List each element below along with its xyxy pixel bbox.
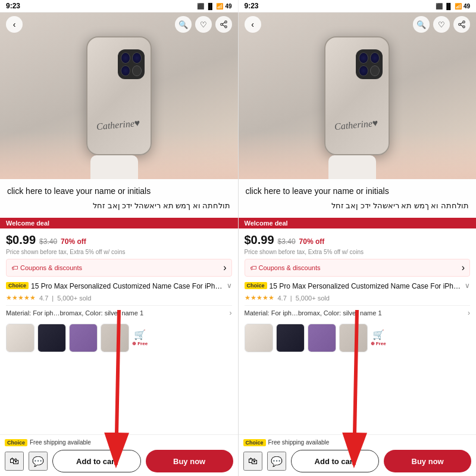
material-row-left[interactable]: Material: For iph…bromax, Color: silver … xyxy=(6,305,232,320)
material-text-left: Material: For iph…bromax, Color: silver … xyxy=(6,309,143,317)
discount-badge-right: 70% off xyxy=(299,237,325,246)
stars-left: ★★★★★ xyxy=(6,294,36,302)
free-delivery-right: 🛒 ⊕ Free xyxy=(371,329,386,347)
coupons-row-right[interactable]: 🏷 Coupons & discounts › xyxy=(245,259,471,277)
overlay-text-right[interactable]: click here to leave your name or initial… xyxy=(239,179,477,218)
chat-icon-button-left[interactable]: 💬 xyxy=(29,452,48,471)
material-row-right[interactable]: Material: For iph…bromax, Color: silver … xyxy=(245,305,471,320)
product-image-right: Catherine♥ xyxy=(239,12,477,179)
share-button-left[interactable] xyxy=(215,16,232,33)
product-title-right: 15 Pro Max Personalized Customized Name … xyxy=(270,281,462,292)
buy-now-button-left[interactable]: Buy now xyxy=(146,450,233,472)
wishlist-button-left[interactable]: ♡ xyxy=(195,16,212,33)
product-image-left: Catherine♥ xyxy=(0,12,238,179)
sold-count-left: 5,000+ sold xyxy=(57,295,91,302)
price-current-right: $0.99 xyxy=(245,233,274,247)
back-button-right[interactable]: ‹ xyxy=(245,16,261,33)
left-panel: ‹ 🔍 ♡ xyxy=(0,12,238,476)
price-note-right: Price shown before tax, Extra 5% off w/ … xyxy=(245,249,471,255)
signal-right: ▐▌ xyxy=(444,3,453,10)
left-nav: ‹ 🔍 ♡ xyxy=(0,12,238,36)
svg-line-9 xyxy=(461,23,463,24)
thumb-3-left[interactable] xyxy=(69,324,98,352)
shipping-text-right: Free shipping available xyxy=(268,439,330,446)
svg-point-1 xyxy=(220,23,223,26)
wifi-left: 📶 xyxy=(216,3,223,10)
search-button-left[interactable]: 🔍 xyxy=(175,16,192,33)
thumb-4-right[interactable] xyxy=(339,324,368,352)
overlay-rtl-right: תולחתה וא ךמש תא ריאשהל ידכ ןאב זחל xyxy=(246,200,469,212)
material-text-right: Material: For iph…bromax, Color: silver … xyxy=(245,309,382,317)
status-icons-right: ⬛ ▐▌ 📶 49 xyxy=(436,3,470,10)
bottom-actions-right: 🛍 💬 Add to cart Buy now xyxy=(243,450,472,472)
stars-right: ★★★★★ xyxy=(245,294,274,302)
status-icons-left: ⬛ ▐▌ 📶 49 xyxy=(197,3,231,10)
coupons-arrow-right: › xyxy=(462,262,465,273)
material-arrow-left: › xyxy=(230,309,232,317)
price-original-right: $3.40 xyxy=(278,237,296,246)
svg-line-4 xyxy=(223,23,225,24)
store-icon-button-left[interactable]: 🛍 xyxy=(5,452,24,471)
shipping-badge-left: Choice xyxy=(5,439,27,446)
thumb-1-right[interactable] xyxy=(245,324,273,352)
share-button-right[interactable] xyxy=(453,16,470,33)
free-delivery-left: 🛒 ⊕ Free xyxy=(132,329,148,347)
product-info-right: $0.99 $3.40 70% off Price shown before t… xyxy=(239,228,477,435)
coupon-icon-left: 🏷 xyxy=(11,264,18,271)
product-title-row-right: Choice 15 Pro Max Personalized Customize… xyxy=(245,281,471,292)
signal-left: ▐▌ xyxy=(206,3,214,10)
add-to-cart-button-right[interactable]: Add to cart xyxy=(291,450,380,472)
rating-value-right: 4.7 xyxy=(278,295,287,302)
wishlist-button-right[interactable]: ♡ xyxy=(433,16,450,33)
coupons-row-left[interactable]: 🏷 Coupons & discounts › xyxy=(6,259,232,277)
choice-badge-right: Choice xyxy=(245,282,267,289)
overlay-english-left: click here to leave your name or initial… xyxy=(7,185,231,198)
right-panel: ‹ 🔍 ♡ xyxy=(239,12,477,476)
reviews-left: | xyxy=(52,295,54,302)
expand-icon-right[interactable]: ∨ xyxy=(465,281,470,290)
nav-icons-left: 🔍 ♡ xyxy=(175,16,232,33)
bottom-bar-right: Choice Free shipping available 🛍 💬 Add t… xyxy=(239,434,477,476)
welcome-deal-right: Welcome deal xyxy=(239,218,477,228)
coupon-icon-right: 🏷 xyxy=(250,264,256,271)
coupons-arrow-left: › xyxy=(223,262,226,273)
shipping-row-left: Choice Free shipping available xyxy=(5,439,233,446)
thumb-3-right[interactable] xyxy=(308,324,336,352)
add-to-cart-button-left[interactable]: Add to cart xyxy=(52,450,141,472)
time-right: 9:23 xyxy=(245,2,259,10)
cursive-name-left: Catherine♥ xyxy=(96,118,140,132)
material-arrow-right: › xyxy=(468,309,470,317)
store-icon-button-right[interactable]: 🛍 xyxy=(243,452,262,471)
battery-right: 49 xyxy=(464,3,470,10)
overlay-text-left[interactable]: click here to leave your name or initial… xyxy=(0,179,238,218)
svg-line-8 xyxy=(461,25,463,26)
price-current-left: $0.99 xyxy=(6,233,36,247)
svg-line-3 xyxy=(223,25,225,26)
expand-icon-left[interactable]: ∨ xyxy=(227,281,232,290)
price-note-left: Price shown before tax, Extra 5% off w/ … xyxy=(6,249,232,255)
rating-sep-right: | xyxy=(290,295,292,302)
time-left: 9:23 xyxy=(6,2,20,10)
thumb-4-left[interactable] xyxy=(101,324,129,352)
search-button-right[interactable]: 🔍 xyxy=(413,16,430,33)
overlay-rtl-left: תולחתה וא ךמש תא ריאשהל ידכ ןאב זחל xyxy=(7,200,231,212)
thumb-1-left[interactable] xyxy=(6,324,35,352)
svg-point-0 xyxy=(224,21,227,23)
svg-point-5 xyxy=(463,21,465,23)
back-button-left[interactable]: ‹ xyxy=(6,16,23,33)
thumbnail-row-left: 🛒 ⊕ Free xyxy=(6,324,232,352)
buy-now-button-right[interactable]: Buy now xyxy=(384,450,471,472)
thumb-2-left[interactable] xyxy=(37,324,66,352)
shipping-text-left: Free shipping available xyxy=(30,439,91,446)
choice-badge-left: Choice xyxy=(6,282,29,289)
price-row-left: $0.99 $3.40 70% off xyxy=(6,233,232,247)
shipping-badge-right: Choice xyxy=(243,439,266,446)
product-info-left: $0.99 $3.40 70% off Price shown before t… xyxy=(0,228,238,435)
product-title-row-left: Choice 15 Pro Max Personalized Customize… xyxy=(6,281,232,292)
chat-icon-button-right[interactable]: 💬 xyxy=(267,452,286,471)
product-title-left: 15 Pro Max Personalized Customized Name … xyxy=(31,281,224,292)
thumb-2-right[interactable] xyxy=(276,324,305,352)
right-nav: ‹ 🔍 ♡ xyxy=(239,12,477,36)
sold-count-right: 5,000+ sold xyxy=(296,295,330,302)
status-bar-right: 9:23 ⬛ ▐▌ 📶 49 xyxy=(239,0,477,12)
